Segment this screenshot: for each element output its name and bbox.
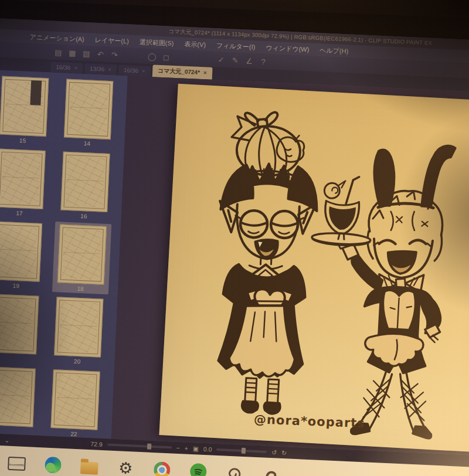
- file-explorer-icon[interactable]: [80, 457, 98, 475]
- page-number: 16: [56, 212, 112, 220]
- page-thumbnail-cell[interactable]: [0, 364, 40, 437]
- app-curl-icon[interactable]: [261, 465, 280, 476]
- page-number: 19: [0, 281, 45, 290]
- settings-icon[interactable]: ⚙: [117, 459, 135, 476]
- zoom-slider-knob[interactable]: [147, 444, 151, 450]
- deselect-icon[interactable]: ◯: [145, 52, 159, 61]
- maid-character: [209, 110, 322, 416]
- edge-icon[interactable]: [44, 456, 62, 474]
- help-icon[interactable]: ?: [256, 57, 271, 66]
- drawing-canvas[interactable]: @nora*ooparts: [159, 84, 469, 453]
- close-tab-icon[interactable]: ×: [108, 66, 111, 73]
- zoom-out-icon[interactable]: −: [176, 444, 180, 451]
- close-tab-icon[interactable]: ×: [142, 67, 145, 74]
- page-number: 20: [49, 357, 105, 366]
- bunny-character: [301, 139, 456, 439]
- rotate-right-icon[interactable]: ↻: [281, 449, 287, 456]
- panel-collapse-chevron-icon[interactable]: ⌄: [4, 436, 9, 443]
- rotate-left-icon[interactable]: ↺: [271, 448, 277, 455]
- page-thumbnail-cell[interactable]: 16: [56, 149, 115, 222]
- clip-studio-shell-icon[interactable]: [226, 464, 244, 476]
- page-number: 17: [0, 209, 47, 217]
- rotation-slider[interactable]: [216, 448, 267, 453]
- menu-filter[interactable]: フィルター(I): [216, 41, 256, 52]
- page-manager-panel: 15 14 17 16: [0, 69, 128, 439]
- page-thumbnail-cell[interactable]: 22: [46, 367, 105, 439]
- touch-keyboard-icon[interactable]: [8, 454, 26, 472]
- menu-layer[interactable]: レイヤー(L): [94, 35, 129, 46]
- artist-signature: @nora*ooparts: [254, 412, 366, 430]
- menu-view[interactable]: 表示(V): [184, 39, 206, 49]
- page-thumbnail-cell-selected[interactable]: 18: [52, 222, 111, 294]
- pen-icon[interactable]: ✎: [228, 56, 243, 65]
- page-thumbnail-cell[interactable]: 19: [0, 219, 47, 291]
- photo-of-monitor: コマ大元_0724* (1114 x 1134px 300dpi 72.9%) …: [0, 0, 469, 476]
- menu-selection[interactable]: 選択範囲(S): [140, 38, 174, 48]
- page-number: 15: [0, 136, 51, 145]
- close-tab-icon[interactable]: ×: [74, 64, 77, 71]
- close-tab-icon[interactable]: ×: [203, 69, 207, 76]
- page-thumbnail-grid: 15 14 17 16: [0, 73, 127, 438]
- chibi-maid-and-bunny-artwork: @nora*ooparts: [159, 84, 469, 453]
- page-number: 18: [52, 284, 108, 293]
- snap-check-icon[interactable]: ✓: [214, 55, 229, 64]
- chrome-icon[interactable]: [153, 461, 171, 476]
- zoom-in-icon[interactable]: +: [185, 444, 189, 451]
- zoom-percentage: 72.9: [90, 440, 103, 448]
- menu-help[interactable]: ヘルプ(H): [320, 46, 349, 56]
- page-thumbnail-cell[interactable]: 14: [59, 76, 118, 149]
- clip-studio-window: コマ大元_0724* (1114 x 1134px 300dpi 72.9%) …: [0, 18, 469, 476]
- spotify-icon[interactable]: [189, 463, 208, 476]
- menu-window[interactable]: ウィンドウ(W): [266, 43, 310, 53]
- selection-border-icon[interactable]: ◻: [159, 52, 174, 62]
- open-file-icon[interactable]: ▦: [65, 48, 80, 57]
- page-thumbnail-cell[interactable]: 17: [0, 146, 50, 219]
- menu-animation[interactable]: アニメーション(A): [29, 32, 84, 43]
- canvas-view[interactable]: @nora*ooparts: [111, 76, 469, 456]
- rotation-slider-knob[interactable]: [242, 448, 246, 454]
- workspace: 15 14 17 16: [0, 69, 469, 456]
- fit-to-screen-icon[interactable]: ▣: [193, 445, 199, 452]
- ruler-icon[interactable]: ∠: [242, 56, 257, 66]
- rotation-degrees: 0.0: [203, 446, 212, 453]
- page-thumbnail-cell[interactable]: [0, 291, 44, 364]
- zoom-slider[interactable]: [107, 443, 172, 448]
- undo-icon[interactable]: ↶: [93, 49, 108, 59]
- page-number: 14: [59, 139, 115, 148]
- redo-icon[interactable]: ↷: [107, 50, 122, 59]
- page-thumbnail-cell[interactable]: 15: [0, 73, 54, 146]
- page-thumbnail-cell[interactable]: 20: [49, 294, 108, 367]
- save-icon[interactable]: ▤: [51, 47, 66, 57]
- export-icon[interactable]: ▧: [79, 49, 94, 58]
